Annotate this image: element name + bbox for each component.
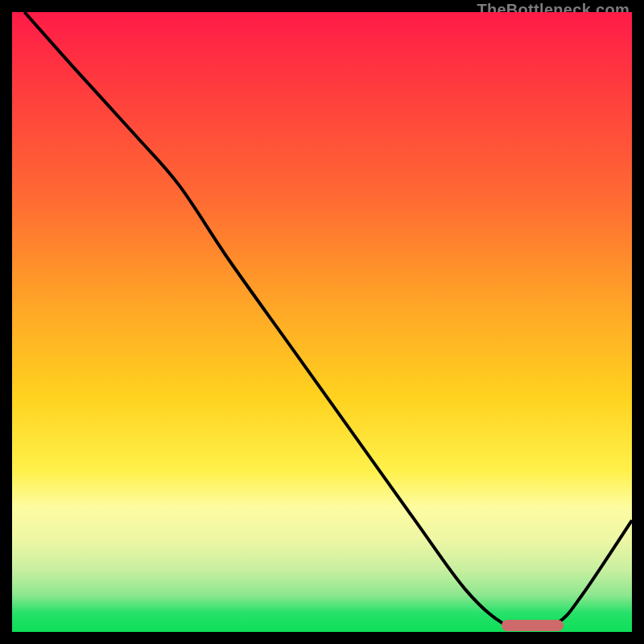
optimal-range-marker [502,620,564,631]
chart-frame: TheBottleneck.com [12,12,632,632]
curve-path [24,12,632,626]
bottleneck-curve [12,12,632,632]
